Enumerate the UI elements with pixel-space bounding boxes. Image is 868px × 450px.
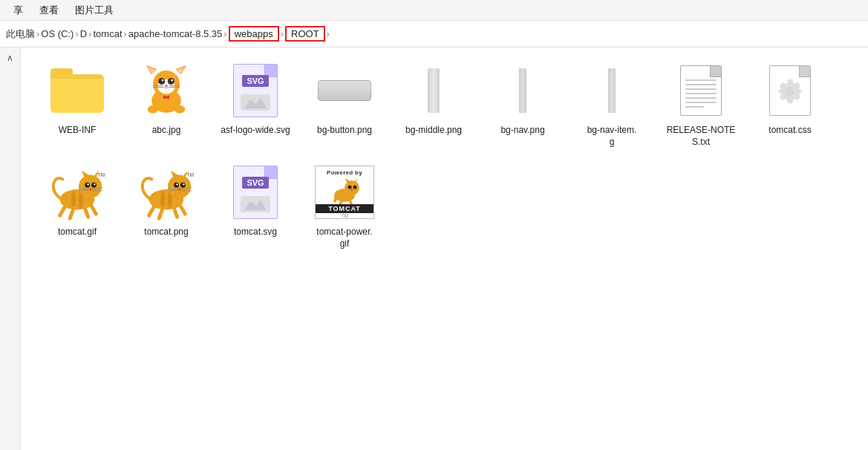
file-label-tomcat-css: tomcat.css (769, 125, 811, 137)
file-item-abc-jpg[interactable]: abc.jpg (122, 56, 211, 152)
breadcrumb-this-pc[interactable]: 此电脑 (6, 27, 35, 41)
menu-image-tools[interactable]: 图片工具 (68, 2, 121, 19)
svg-point-32 (94, 183, 95, 185)
svg-point-70 (351, 189, 353, 191)
svg-point-11 (165, 85, 168, 87)
png-button-icon (315, 61, 374, 120)
file-label-bg-nav: bg-nav.png (500, 125, 544, 137)
file-label-bg-nav-item: bg-nav-item.g (587, 125, 637, 148)
file-label-bg-middle: bg-middle.png (405, 125, 462, 137)
png-nav-icon (493, 61, 552, 120)
svg-point-51 (176, 183, 177, 185)
svg-point-8 (168, 78, 174, 85)
svg-point-29 (85, 183, 90, 188)
svg-line-40 (70, 209, 74, 219)
file-item-release-notes[interactable]: RELEASE-NOTES.txt (656, 56, 745, 152)
breadcrumb-tomcat[interactable]: tomcat (93, 28, 122, 39)
svg-point-69 (353, 186, 357, 189)
svg-file-icon-asf: SVG (226, 61, 285, 120)
file-item-bg-nav-item[interactable]: bg-nav-item.g (567, 56, 656, 152)
svg-marker-21 (244, 98, 267, 108)
breadcrumb-d[interactable]: D (80, 28, 87, 39)
file-label-tomcat-gif: tomcat.gif (58, 226, 97, 238)
tomcat-powered-icon: Powered by (315, 163, 374, 222)
svg-point-49 (174, 183, 179, 188)
svg-point-52 (183, 183, 184, 185)
svg-point-22 (786, 87, 794, 96)
breadcrumb-sep-4: › (124, 28, 127, 39)
file-label-abc-jpg: abc.jpg (152, 125, 181, 137)
menu-bar: 享 查看 图片工具 (0, 0, 868, 21)
breadcrumb-webapps[interactable]: webapps (229, 26, 279, 42)
breadcrumb-sep-1: › (36, 28, 39, 39)
svg-line-39 (60, 206, 66, 216)
svg-point-26 (79, 175, 102, 198)
svg-point-30 (91, 183, 97, 188)
file-area[interactable]: WEB-INF (21, 48, 868, 450)
file-label-web-inf: WEB-INF (59, 125, 97, 137)
file-label-release-notes: RELEASE-NOTES.txt (667, 125, 736, 148)
file-item-tomcat-png[interactable]: TM tomcat.png (122, 158, 211, 254)
main-area: ∧ WEB-INF (0, 48, 868, 450)
file-item-bg-middle[interactable]: bg-middle.png (389, 56, 478, 152)
breadcrumb-sep-2: › (75, 28, 78, 39)
breadcrumb-sep-7: › (327, 28, 330, 39)
file-item-tomcat-gif[interactable]: TM tomcat.gif (33, 158, 122, 254)
svg-line-42 (91, 204, 97, 215)
svg-line-60 (159, 209, 163, 219)
file-item-web-inf[interactable]: WEB-INF (33, 56, 122, 152)
png-middle-icon (404, 61, 463, 120)
svg-point-31 (87, 183, 88, 185)
svg-line-62 (180, 204, 186, 215)
tomcat-gif-icon: TM (48, 163, 107, 222)
menu-view[interactable]: 查看 (32, 2, 66, 19)
svg-line-61 (174, 207, 177, 218)
svg-text:TM: TM (97, 172, 105, 177)
svg-point-24 (71, 190, 76, 209)
breadcrumb-root[interactable]: ROOT (285, 26, 325, 42)
svg-line-41 (85, 207, 88, 218)
file-grid: WEB-INF (33, 56, 856, 254)
menu-share[interactable]: 享 (6, 2, 30, 19)
file-item-asf-logo[interactable]: SVG asf-logo-wide.svg (211, 56, 300, 152)
tomcat-png-icon: TM (137, 163, 196, 222)
file-label-bg-button: bg-button.png (317, 125, 372, 137)
svg-point-68 (348, 186, 352, 189)
file-item-bg-nav[interactable]: bg-nav.png (478, 56, 567, 152)
file-item-tomcat-powered[interactable]: Powered by (300, 158, 389, 254)
collapse-button[interactable]: ∧ (3, 50, 18, 65)
svg-line-59 (149, 206, 155, 216)
doc-icon-release-notes (671, 61, 731, 120)
file-label-asf-logo: asf-logo-wide.svg (221, 125, 290, 137)
css-file-icon (760, 61, 820, 120)
breadcrumb-sep-5: › (223, 28, 226, 39)
file-label-tomcat-svg: tomcat.svg (234, 226, 277, 238)
file-label-tomcat-powered: tomcat-power.gif (316, 226, 372, 250)
svg-marker-63 (244, 200, 267, 210)
svg-point-53 (178, 189, 181, 191)
file-label-tomcat-png: tomcat.png (144, 226, 188, 238)
svg-point-18 (165, 96, 168, 99)
breadcrumb-sep-6: › (281, 28, 284, 39)
svg-point-7 (158, 78, 165, 85)
breadcrumb-sep-3: › (88, 28, 91, 39)
file-item-bg-button[interactable]: bg-button.png (300, 56, 389, 152)
cat-image-icon (137, 61, 196, 120)
file-item-tomcat-svg[interactable]: SVG tomcat.svg (211, 158, 300, 254)
svg-point-19 (148, 105, 158, 114)
svg-point-46 (168, 175, 191, 198)
svg-text:TM: TM (186, 172, 194, 177)
png-nav-item-icon (582, 61, 642, 120)
svg-point-50 (180, 183, 186, 188)
svg-point-33 (89, 189, 92, 191)
svg-point-44 (160, 190, 165, 209)
svg-point-9 (162, 79, 164, 82)
breadcrumb-apache-tomcat[interactable]: apache-tomcat-8.5.35 (128, 28, 222, 39)
svg-point-20 (174, 105, 185, 114)
breadcrumb-c[interactable]: OS (C:) (41, 28, 74, 39)
left-panel: ∧ (0, 48, 21, 450)
breadcrumb-bar: 此电脑 › OS (C:) › D › tomcat › apache-tomc… (0, 21, 868, 48)
folder-icon-web-inf (48, 61, 107, 120)
file-item-tomcat-css[interactable]: tomcat.css (745, 56, 835, 152)
svg-file-icon-tomcat: SVG (226, 163, 285, 222)
